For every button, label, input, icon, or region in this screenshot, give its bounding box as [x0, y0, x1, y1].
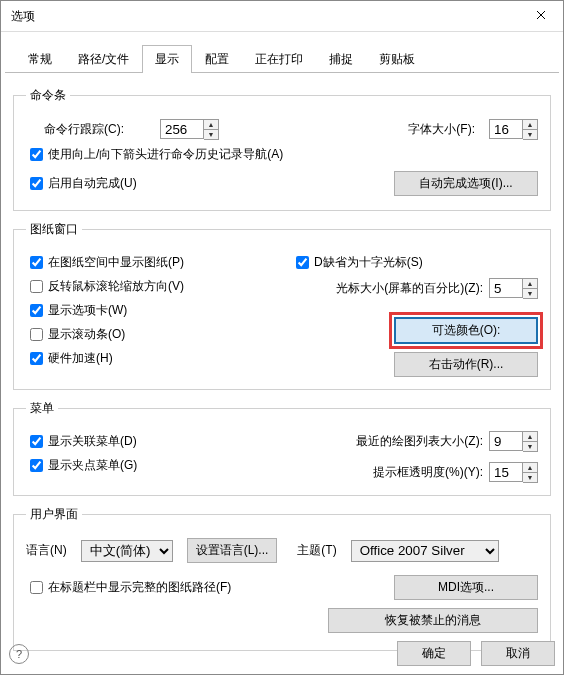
tab-snap[interactable]: 捕捉 [316, 45, 366, 73]
tooltip-opacity-label: 提示框透明度(%)(Y): [373, 464, 483, 481]
theme-select[interactable]: Office 2007 Silver [351, 540, 499, 562]
recent-list-input[interactable] [489, 431, 523, 451]
group-menu: 菜单 显示关联菜单(D) 显示夹点菜单(G) 最近的绘图列表大小(Z): ▲▼ … [13, 400, 551, 496]
group-command-bar: 命令条 命令行跟踪(C): ▲▼ 字体大小(F): ▲▼ 使 [13, 87, 551, 211]
group-command-bar-legend: 命令条 [26, 87, 70, 104]
reverse-wheel-check[interactable]: 反转鼠标滚轮缩放方向(V) [26, 277, 272, 296]
tab-config[interactable]: 配置 [192, 45, 242, 73]
show-sheets-checkbox[interactable] [30, 256, 43, 269]
tab-display[interactable]: 显示 [142, 45, 192, 73]
show-grip-checkbox[interactable] [30, 459, 43, 472]
cancel-button[interactable]: 取消 [481, 641, 555, 666]
mdi-options-button[interactable]: MDI选项... [394, 575, 538, 600]
use-arrows-check[interactable]: 使用向上/向下箭头进行命令历史记录导航(A) [26, 145, 538, 164]
font-size-label: 字体大小(F): [408, 121, 475, 138]
cmdline-track-input[interactable] [160, 119, 204, 139]
tab-general[interactable]: 常规 [15, 45, 65, 73]
tooltip-opacity-input[interactable] [489, 462, 523, 482]
show-context-label: 显示关联菜单(D) [48, 433, 137, 450]
font-size-spinner[interactable]: ▲▼ [523, 119, 538, 140]
tab-clipboard[interactable]: 剪贴板 [366, 45, 428, 73]
help-button[interactable]: ? [9, 644, 29, 664]
show-grip-check[interactable]: 显示夹点菜单(G) [26, 456, 272, 475]
show-context-checkbox[interactable] [30, 435, 43, 448]
show-sheets-label: 在图纸空间中显示图纸(P) [48, 254, 184, 271]
autocomplete-check[interactable]: 启用自动完成(U) [26, 174, 137, 193]
group-drawing-window: 图纸窗口 在图纸空间中显示图纸(P) 反转鼠标滚轮缩放方向(V) 显示选项卡(W… [13, 221, 551, 390]
show-scroll-label: 显示滚动条(O) [48, 326, 125, 343]
crosshair-checkbox[interactable] [296, 256, 309, 269]
group-ui-legend: 用户界面 [26, 506, 82, 523]
cmdline-track-spinner[interactable]: ▲▼ [204, 119, 219, 140]
chevron-down-icon: ▼ [523, 289, 537, 298]
group-ui: 用户界面 语言(N) 中文(简体) 设置语言(L)... 主题(T) Offic… [13, 506, 551, 651]
close-icon [536, 9, 546, 23]
chevron-up-icon: ▲ [204, 120, 218, 130]
autocomplete-checkbox[interactable] [30, 177, 43, 190]
chevron-up-icon: ▲ [523, 432, 537, 442]
show-sheets-check[interactable]: 在图纸空间中显示图纸(P) [26, 253, 272, 272]
ok-button[interactable]: 确定 [397, 641, 471, 666]
recent-list-spinner[interactable]: ▲▼ [523, 431, 538, 452]
hwaccel-check[interactable]: 硬件加速(H) [26, 349, 272, 368]
autocomplete-label: 启用自动完成(U) [48, 175, 137, 192]
hwaccel-checkbox[interactable] [30, 352, 43, 365]
cursor-size-input[interactable] [489, 278, 523, 298]
chevron-up-icon: ▲ [523, 463, 537, 473]
fullpath-check[interactable]: 在标题栏中显示完整的图纸路径(F) [26, 578, 231, 597]
show-grip-label: 显示夹点菜单(G) [48, 457, 137, 474]
right-click-action-button[interactable]: 右击动作(R)... [394, 352, 538, 377]
selectable-colors-button[interactable]: 可选颜色(O): [394, 317, 538, 344]
chevron-down-icon: ▼ [523, 442, 537, 451]
chevron-down-icon: ▼ [204, 130, 218, 139]
theme-label: 主题(T) [297, 542, 336, 559]
show-scroll-checkbox[interactable] [30, 328, 43, 341]
show-tabs-checkbox[interactable] [30, 304, 43, 317]
show-tabs-label: 显示选项卡(W) [48, 302, 127, 319]
chevron-up-icon: ▲ [523, 279, 537, 289]
font-size-input[interactable] [489, 119, 523, 139]
chevron-down-icon: ▼ [523, 473, 537, 482]
cursor-size-label: 光标大小(屏幕的百分比)(Z): [336, 280, 483, 297]
window-title: 选项 [11, 8, 35, 25]
crosshair-check[interactable]: D缺省为十字光标(S) [292, 253, 538, 272]
recent-list-label: 最近的绘图列表大小(Z): [356, 433, 483, 450]
fullpath-label: 在标题栏中显示完整的图纸路径(F) [48, 579, 231, 596]
use-arrows-checkbox[interactable] [30, 148, 43, 161]
crosshair-label: D缺省为十字光标(S) [314, 254, 423, 271]
cursor-size-spinner[interactable]: ▲▼ [523, 278, 538, 299]
reverse-wheel-label: 反转鼠标滚轮缩放方向(V) [48, 278, 184, 295]
group-drawing-window-legend: 图纸窗口 [26, 221, 82, 238]
help-icon: ? [16, 648, 22, 660]
tooltip-opacity-spinner[interactable]: ▲▼ [523, 462, 538, 483]
close-button[interactable] [519, 1, 563, 31]
show-tabs-check[interactable]: 显示选项卡(W) [26, 301, 272, 320]
use-arrows-label: 使用向上/向下箭头进行命令历史记录导航(A) [48, 146, 283, 163]
tab-paths[interactable]: 路径/文件 [65, 45, 142, 73]
fullpath-checkbox[interactable] [30, 581, 43, 594]
chevron-down-icon: ▼ [523, 130, 537, 139]
autocomplete-options-button[interactable]: 自动完成选项(I)... [394, 171, 538, 196]
hwaccel-label: 硬件加速(H) [48, 350, 113, 367]
tab-bar: 常规 路径/文件 显示 配置 正在打印 捕捉 剪贴板 [5, 38, 559, 73]
show-scroll-check[interactable]: 显示滚动条(O) [26, 325, 272, 344]
show-context-check[interactable]: 显示关联菜单(D) [26, 432, 272, 451]
set-language-button[interactable]: 设置语言(L)... [187, 538, 278, 563]
language-select[interactable]: 中文(简体) [81, 540, 173, 562]
chevron-up-icon: ▲ [523, 120, 537, 130]
cmdline-track-label: 命令行跟踪(C): [44, 121, 124, 138]
language-label: 语言(N) [26, 542, 67, 559]
restore-suppressed-button[interactable]: 恢复被禁止的消息 [328, 608, 538, 633]
group-menu-legend: 菜单 [26, 400, 58, 417]
reverse-wheel-checkbox[interactable] [30, 280, 43, 293]
tab-printing[interactable]: 正在打印 [242, 45, 316, 73]
